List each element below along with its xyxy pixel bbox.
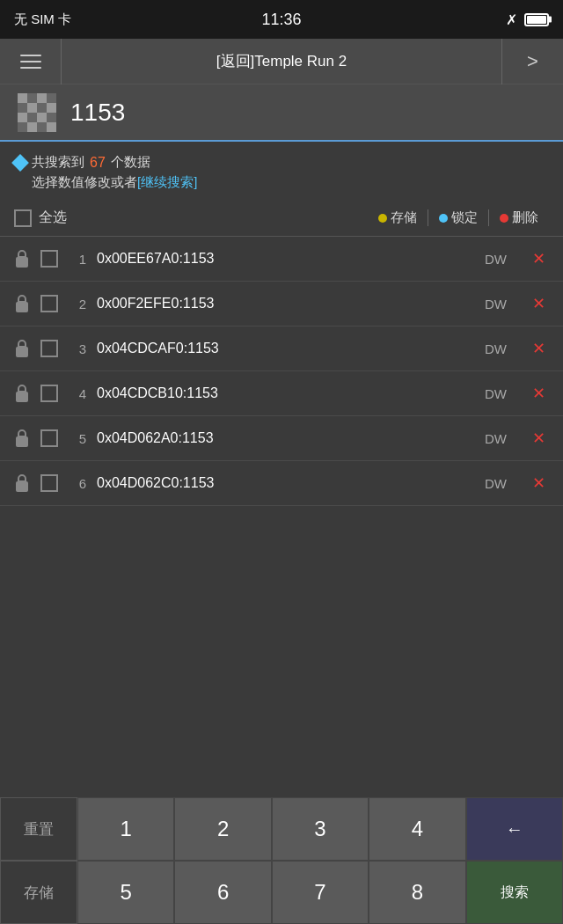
delete-button[interactable]: ✕ <box>528 248 549 269</box>
app-value: 1153 <box>70 99 125 127</box>
row-number: 6 <box>69 476 86 491</box>
row-checkbox[interactable] <box>40 429 58 447</box>
forward-button[interactable]: > <box>501 39 563 84</box>
row-checkbox[interactable] <box>40 295 58 312</box>
row-checkbox[interactable] <box>40 250 58 268</box>
select-all-checkbox[interactable] <box>14 209 32 227</box>
status-bar: 无 SIM 卡 11:36 ✗ <box>0 0 563 39</box>
table-row: 4 0x04CDCB10:1153 DW ✕ <box>0 371 563 416</box>
save-dot <box>378 214 387 223</box>
data-list: 1 0x00EE67A0:1153 DW ✕ 2 0x00F2EFE0:1153… <box>0 237 563 506</box>
delete-button[interactable]: ✕ <box>528 428 549 449</box>
key-6[interactable]: 6 <box>174 861 271 924</box>
menu-button[interactable] <box>0 39 62 84</box>
row-address[interactable]: 0x00F2EFE0:1153 <box>97 296 474 312</box>
table-row: 2 0x00F2EFE0:1153 DW ✕ <box>0 282 563 326</box>
row-address[interactable]: 0x04D062C0:1153 <box>97 475 474 491</box>
search-unit: 个数据 <box>111 154 150 171</box>
row-type: DW <box>485 297 507 312</box>
key-2[interactable]: 2 <box>174 797 271 861</box>
row-address[interactable]: 0x00EE67A0:1153 <box>97 251 474 267</box>
toolbar: 全选 存储 锁定 删除 <box>0 200 563 237</box>
hamburger-icon <box>20 55 41 69</box>
reset-button[interactable]: 重置 <box>0 797 77 861</box>
status-icons: ✗ <box>506 11 549 28</box>
table-row: 6 0x04D062C0:1153 DW ✕ <box>0 461 563 506</box>
key-1[interactable]: 1 <box>77 797 174 861</box>
save-label: 存储 <box>391 209 417 226</box>
search-info: 共搜索到67个数据 选择数值修改或者[继续搜索] <box>0 142 563 200</box>
row-number: 5 <box>69 431 86 446</box>
row-checkbox[interactable] <box>40 385 58 402</box>
row-type: DW <box>485 431 507 446</box>
row-checkbox[interactable] <box>40 474 58 492</box>
lock-icon <box>14 295 30 312</box>
keyboard-area: 重置 1 2 3 4 ← 存储 5 6 7 8 搜索 <box>0 797 563 924</box>
sim-status: 无 SIM 卡 <box>14 11 71 28</box>
action-prefix: 选择数值修改或者 <box>32 174 137 189</box>
delete-button[interactable]: ✕ <box>528 293 549 314</box>
delete-button[interactable]: ✕ <box>528 383 549 404</box>
table-row: 1 0x00EE67A0:1153 DW ✕ <box>0 237 563 282</box>
keyboard-row-2: 存储 5 6 7 8 搜索 <box>0 861 563 924</box>
table-row: 5 0x04D062A0:1153 DW ✕ <box>0 416 563 461</box>
select-all-label: 全选 <box>39 209 67 227</box>
diamond-icon <box>11 154 29 172</box>
app-header: 1153 <box>0 84 563 142</box>
row-number: 2 <box>69 297 86 312</box>
lock-icon <box>14 474 30 492</box>
lock-dot <box>439 214 448 223</box>
chevron-right-icon: > <box>527 50 538 73</box>
toolbar-actions: 存储 锁定 删除 <box>368 209 549 226</box>
row-type: DW <box>485 386 507 401</box>
select-all-area: 全选 <box>14 209 368 227</box>
row-address[interactable]: 0x04CDCB10:1153 <box>97 385 474 401</box>
clock: 11:36 <box>261 11 301 29</box>
app-icon <box>18 93 56 132</box>
keyboard-save-button[interactable]: 存储 <box>0 861 77 924</box>
row-number: 3 <box>69 341 86 356</box>
row-type: DW <box>485 341 507 356</box>
delete-button[interactable]: ✕ <box>528 338 549 359</box>
bluetooth-icon: ✗ <box>506 11 517 28</box>
lock-icon <box>14 385 30 402</box>
lock-label: 锁定 <box>451 209 478 226</box>
delete-label: 删除 <box>512 209 538 226</box>
nav-bar: [返回]Temple Run 2 > <box>0 39 563 84</box>
save-action[interactable]: 存储 <box>368 209 428 226</box>
search-action-text: 选择数值修改或者[继续搜索] <box>14 174 549 191</box>
lock-action[interactable]: 锁定 <box>428 209 489 226</box>
row-number: 1 <box>69 252 86 267</box>
keyboard-row-1: 重置 1 2 3 4 ← <box>0 797 563 861</box>
search-button[interactable]: 搜索 <box>466 861 563 924</box>
search-prefix: 共搜索到 <box>32 154 84 171</box>
key-7[interactable]: 7 <box>272 861 369 924</box>
key-3[interactable]: 3 <box>272 797 369 861</box>
lock-icon <box>14 429 30 447</box>
backspace-button[interactable]: ← <box>466 797 563 861</box>
row-address[interactable]: 0x04CDCAF0:1153 <box>97 341 474 356</box>
key-8[interactable]: 8 <box>369 861 465 924</box>
row-address[interactable]: 0x04D062A0:1153 <box>97 430 474 446</box>
delete-button[interactable]: ✕ <box>528 473 549 494</box>
row-type: DW <box>485 252 507 267</box>
nav-title: [返回]Temple Run 2 <box>62 51 501 71</box>
search-count: 67 <box>90 155 106 171</box>
lock-icon <box>14 250 30 268</box>
row-type: DW <box>485 476 507 491</box>
table-row: 3 0x04CDCAF0:1153 DW ✕ <box>0 326 563 371</box>
delete-action[interactable]: 删除 <box>489 209 549 226</box>
row-number: 4 <box>69 386 86 401</box>
row-checkbox[interactable] <box>40 340 58 357</box>
battery-icon <box>524 13 549 26</box>
continue-search-link[interactable]: [继续搜索] <box>137 174 197 189</box>
key-5[interactable]: 5 <box>77 861 174 924</box>
delete-dot <box>500 214 508 223</box>
key-4[interactable]: 4 <box>369 797 465 861</box>
search-summary: 共搜索到67个数据 <box>14 154 549 171</box>
lock-icon <box>14 340 30 357</box>
